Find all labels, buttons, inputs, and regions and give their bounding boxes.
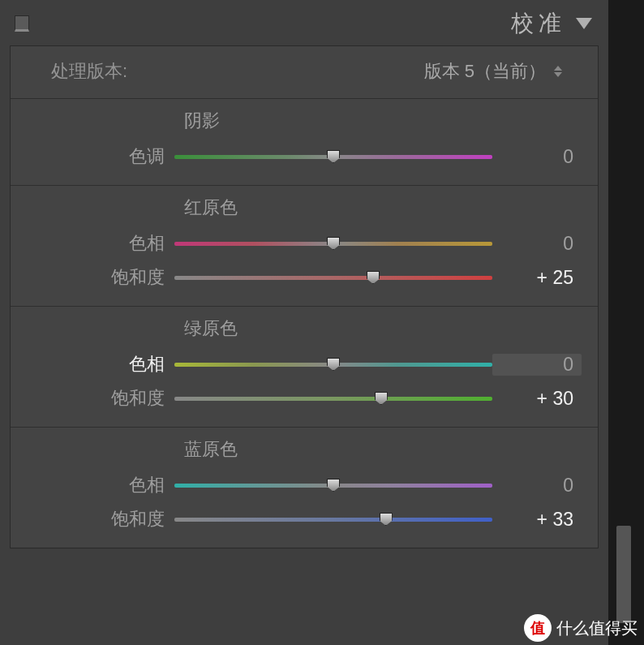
red-hue-value[interactable]: 0 — [492, 233, 582, 255]
slider-thumb[interactable] — [327, 150, 340, 163]
red-hue-label: 色相 — [27, 231, 174, 256]
collapse-icon[interactable] — [576, 18, 592, 29]
red-hue-row: 色相 0 — [27, 226, 582, 260]
red-section-title: 红原色 — [27, 196, 582, 220]
red-hue-slider[interactable] — [174, 235, 492, 252]
scrollbar[interactable] — [616, 526, 631, 623]
green-primary-section: 绿原色 色相 0 饱和度 + 30 — [11, 307, 598, 428]
watermark-badge: 值 — [524, 614, 552, 642]
green-saturation-label: 饱和度 — [27, 386, 174, 411]
blue-saturation-row: 饱和度 + 33 — [27, 502, 582, 536]
shadow-tint-slider[interactable] — [174, 148, 492, 165]
panel-header: 校准 — [0, 0, 608, 45]
green-hue-row: 色相 0 — [27, 347, 582, 381]
process-version-dropdown[interactable]: 版本 5（当前） — [127, 59, 582, 84]
blue-primary-section: 蓝原色 色相 0 饱和度 + 33 — [11, 428, 598, 548]
panel-toggle[interactable] — [15, 15, 29, 32]
shadow-tint-label: 色调 — [27, 144, 174, 169]
red-primary-section: 红原色 色相 0 饱和度 + 25 — [11, 186, 598, 307]
shadow-tint-row: 色调 0 — [27, 140, 582, 174]
blue-saturation-value[interactable]: + 33 — [492, 509, 582, 531]
process-version-label: 处理版本: — [51, 59, 127, 84]
shadows-section: 阴影 色调 0 — [11, 99, 598, 186]
red-saturation-slider[interactable] — [174, 269, 492, 286]
green-saturation-row: 饱和度 + 30 — [27, 381, 582, 415]
slider-thumb[interactable] — [367, 271, 380, 284]
panel-content: 处理版本: 版本 5（当前） 阴影 色调 0 — [10, 45, 599, 548]
blue-hue-value[interactable]: 0 — [492, 475, 582, 497]
blue-hue-label: 色相 — [27, 473, 174, 497]
slider-thumb[interactable] — [375, 392, 388, 405]
green-hue-value[interactable]: 0 — [492, 354, 582, 376]
process-version-value: 版本 5（当前） — [424, 59, 546, 84]
red-saturation-label: 饱和度 — [27, 265, 174, 290]
green-saturation-slider[interactable] — [174, 390, 492, 406]
red-saturation-row: 饱和度 + 25 — [27, 260, 582, 295]
shadow-tint-value[interactable]: 0 — [492, 146, 582, 168]
green-saturation-value[interactable]: + 30 — [492, 388, 582, 410]
process-version-row: 处理版本: 版本 5（当前） — [11, 46, 598, 99]
slider-thumb[interactable] — [327, 479, 340, 492]
green-hue-label: 色相 — [27, 352, 174, 376]
blue-hue-row: 色相 0 — [27, 468, 582, 502]
watermark: 值 什么值得买 — [524, 614, 638, 642]
green-hue-slider[interactable] — [174, 356, 492, 372]
blue-hue-slider[interactable] — [174, 477, 492, 493]
green-section-title: 绿原色 — [27, 316, 582, 341]
red-saturation-value[interactable]: + 25 — [492, 267, 582, 289]
slider-thumb[interactable] — [380, 513, 393, 526]
blue-section-title: 蓝原色 — [27, 437, 582, 462]
shadows-section-title: 阴影 — [27, 109, 582, 133]
blue-saturation-slider[interactable] — [174, 511, 492, 527]
slider-thumb[interactable] — [327, 237, 340, 250]
blue-saturation-label: 饱和度 — [27, 507, 174, 531]
panel-title: 校准 — [511, 8, 566, 39]
slider-thumb[interactable] — [327, 358, 340, 371]
stepper-icon — [554, 66, 562, 77]
watermark-text: 什么值得买 — [556, 617, 638, 639]
